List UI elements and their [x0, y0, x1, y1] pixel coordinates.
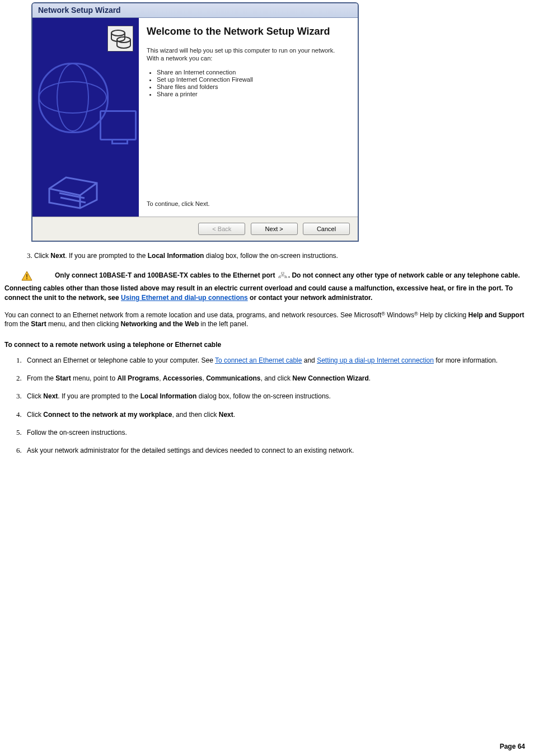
- text-bold: All Programs: [117, 374, 159, 382]
- text-bold: Networking and the Web: [120, 320, 199, 328]
- network-setup-wizard-dialog: Network Setup Wizard Welcome to the Netw…: [31, 2, 359, 242]
- text: dialog box, follow the on-screen instruc…: [196, 392, 330, 400]
- globe-icon: [38, 63, 109, 133]
- list-item: Connect an Ethernet or telephone cable t…: [24, 355, 530, 365]
- section-heading: To connect to a remote network using a t…: [4, 340, 530, 350]
- svg-point-0: [111, 30, 125, 36]
- text-bold: Next: [219, 411, 233, 419]
- text: in the left panel.: [199, 320, 248, 328]
- text: Follow the on-screen instructions.: [27, 429, 127, 436]
- caution-text: or contact your network administrator.: [248, 294, 373, 302]
- wizard-bullets: Share an Internet connection Set up Inte…: [147, 68, 348, 98]
- text-bold: Start: [55, 374, 71, 382]
- text: from the: [4, 320, 31, 328]
- text: .: [369, 374, 371, 382]
- dialog-body: Welcome to the Network Setup Wizard This…: [32, 18, 358, 217]
- text: . If you are prompted to the: [58, 392, 140, 400]
- text-bold: Next: [43, 392, 58, 400]
- disks-icon: [107, 26, 133, 51]
- wizard-content: Welcome to the Network Setup Wizard This…: [139, 18, 358, 217]
- ethernet-port-icon: [278, 271, 287, 281]
- wizard-continue: To continue, click Next.: [147, 200, 348, 208]
- text-bold: New Connection Wizard: [292, 374, 369, 382]
- link-ethernet-dialup[interactable]: Using Ethernet and dial-up connections: [121, 294, 248, 302]
- remote-steps-list: Connect an Ethernet or telephone cable t…: [4, 355, 530, 456]
- continued-step-list: Click Next. If you are prompted to the L…: [4, 251, 530, 261]
- registered-symbol: ®: [381, 311, 385, 317]
- svg-rect-4: [282, 272, 284, 274]
- bullet-item: Set up Internet Connection Firewall: [157, 76, 348, 83]
- text-bold: Accessories: [163, 374, 203, 382]
- next-button[interactable]: Next >: [251, 223, 298, 235]
- registered-symbol: ®: [414, 311, 418, 317]
- back-button: < Back: [198, 223, 245, 235]
- text: Ask your network administrator for the d…: [27, 447, 354, 454]
- document-body: Click Next. If you are prompted to the L…: [4, 251, 530, 456]
- text: .: [233, 411, 235, 419]
- text-bold: Next: [50, 252, 65, 260]
- caution-block: ! Only connect 10BASE-T and 100BASE-TX c…: [4, 271, 530, 302]
- text-bold: Local Information: [148, 252, 204, 260]
- text: Click: [27, 392, 43, 400]
- text: menu, point to: [71, 374, 118, 382]
- list-item: Click Next. If you are prompted to the L…: [24, 391, 530, 401]
- text: ,: [159, 374, 163, 382]
- text: , and then click: [172, 411, 218, 419]
- paragraph: You can connect to an Ethernet network f…: [4, 311, 530, 330]
- text-bold: Help and Support: [469, 311, 524, 319]
- text: for more information.: [434, 356, 498, 364]
- text-bold: Communications: [206, 374, 260, 382]
- cancel-button[interactable]: Cancel: [303, 223, 350, 235]
- wizard-side-graphic: [32, 18, 139, 217]
- dialog-titlebar: Network Setup Wizard: [32, 3, 358, 18]
- list-item: Click Next. If you are prompted to the L…: [24, 251, 530, 261]
- list-item: Ask your network administrator for the d…: [24, 445, 530, 456]
- text: menu, and then clicking: [46, 320, 121, 328]
- svg-text:!: !: [26, 273, 28, 281]
- text-bold: Start: [31, 320, 46, 328]
- monitor-icon: [100, 110, 137, 140]
- text: dialog box, follow the on-screen instruc…: [204, 252, 338, 260]
- wizard-heading: Welcome to the Network Setup Wizard: [147, 26, 348, 37]
- bullet-item: Share a printer: [157, 91, 348, 97]
- text-bold: Local Information: [140, 392, 197, 400]
- wizard-button-row: < Back Next > Cancel: [32, 217, 358, 241]
- svg-rect-10: [285, 277, 287, 278]
- warning-icon: !: [21, 271, 32, 284]
- list-item: From the Start menu, point to All Progra…: [24, 373, 530, 383]
- text: and: [302, 356, 317, 364]
- text: Help by clicking: [418, 311, 469, 319]
- text: . If you are prompted to the: [65, 252, 147, 260]
- list-item: Click Connect to the network at my workp…: [24, 410, 530, 420]
- link-connect-ethernet[interactable]: To connect an Ethernet cable: [215, 356, 302, 364]
- text: Click: [27, 411, 43, 419]
- bullet-item: Share an Internet connection: [157, 69, 348, 76]
- text: You can connect to an Ethernet network f…: [4, 311, 381, 319]
- text: , and click: [261, 374, 293, 382]
- text: From the: [27, 374, 55, 382]
- printer-icon: [44, 172, 105, 211]
- text: Click: [34, 252, 50, 260]
- text: Connect an Ethernet or telephone cable t…: [27, 356, 215, 364]
- list-item: Follow the on-screen instructions.: [24, 428, 530, 438]
- bullet-item: Share files and folders: [157, 83, 348, 90]
- caution-text: Only connect 10BASE-T and 100BASE-TX cab…: [55, 271, 277, 279]
- text: Windows: [385, 311, 414, 319]
- text-bold: Connect to the network at my workplace: [43, 411, 172, 419]
- wizard-intro: This wizard will help you set up this co…: [147, 46, 348, 63]
- link-dialup-setup[interactable]: Setting up a dial-up Internet connection: [317, 356, 434, 364]
- svg-rect-9: [278, 277, 280, 278]
